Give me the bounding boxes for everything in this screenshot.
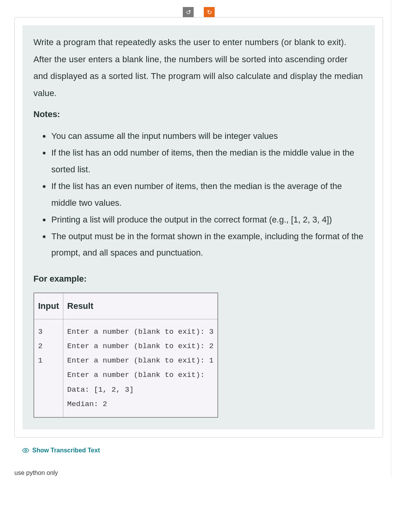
top-button-bar: ↺ ↻ (14, 0, 383, 17)
show-transcribed-button[interactable]: Show Transcribed Text (22, 447, 383, 454)
notes-list: You can assume all the input numbers wil… (33, 128, 364, 261)
question-card: Write a program that repeatedly asks the… (14, 17, 383, 438)
page-container: ↺ ↻ Write a program that repeatedly asks… (6, 0, 391, 476)
table-cell-result: Enter a number (blank to exit): 3 Enter … (63, 319, 218, 417)
redo-button[interactable]: ↻ (204, 7, 215, 17)
table-cell-input: 3 2 1 (34, 319, 63, 417)
svg-point-0 (25, 449, 27, 451)
undo-button[interactable]: ↺ (183, 7, 194, 17)
bottom-note-text: use python only (14, 469, 383, 476)
notes-item: If the list has an even number of items,… (51, 178, 364, 212)
table-header-row: Input Result (34, 293, 218, 319)
notes-item: Printing a list will produce the output … (51, 212, 364, 228)
question-panel: Write a program that repeatedly asks the… (23, 25, 375, 429)
notes-item: If the list has an odd number of items, … (51, 145, 364, 178)
question-intro-text: Write a program that repeatedly asks the… (33, 34, 364, 102)
notes-heading: Notes: (33, 109, 364, 119)
notes-item: The output must be in the format shown i… (51, 228, 364, 262)
eye-icon (22, 448, 29, 453)
show-transcribed-label: Show Transcribed Text (32, 447, 100, 454)
table-row: 3 2 1 Enter a number (blank to exit): 3 … (34, 319, 218, 417)
undo-icon: ↺ (186, 9, 191, 16)
redo-icon: ↻ (207, 9, 212, 16)
notes-item: You can assume all the input numbers wil… (51, 128, 364, 145)
example-table: Input Result 3 2 1 Enter a number (blank… (33, 293, 218, 417)
example-heading: For example: (33, 274, 364, 284)
table-header-result: Result (63, 293, 218, 319)
table-header-input: Input (34, 293, 63, 319)
